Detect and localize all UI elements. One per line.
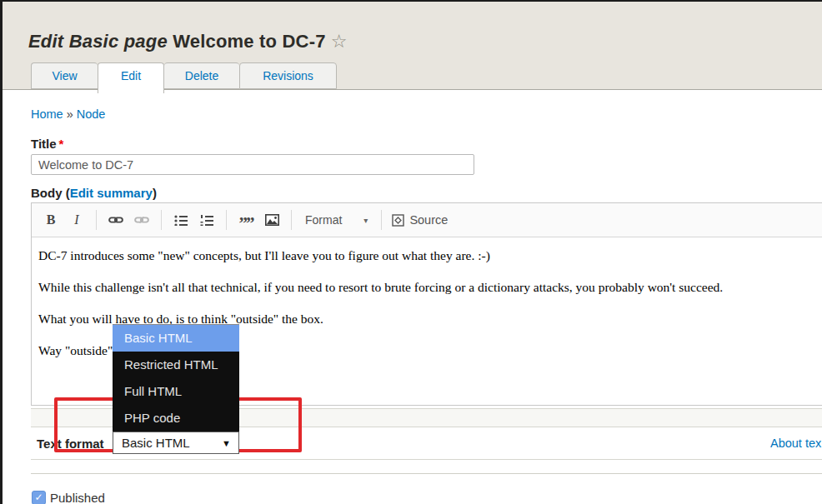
chevron-down-icon: ▾ (363, 216, 368, 225)
about-text-formats-link[interactable]: About tex (770, 437, 821, 450)
body-field-label: Body (Edit summary) (31, 186, 157, 200)
dropdown-option-php-code[interactable]: PHP code (113, 405, 239, 432)
title-input[interactable] (31, 154, 474, 175)
editor-toolbar: B I ”” Format ▾ (32, 203, 822, 237)
blockquote-icon[interactable]: ”” (237, 207, 255, 233)
unlink-icon[interactable] (133, 210, 151, 230)
drupal-edit-page: Edit Basic page Welcome to DC-7☆ View Ed… (0, 0, 822, 504)
breadcrumb-home-link[interactable]: Home (31, 107, 63, 121)
numbered-list-icon[interactable] (198, 210, 216, 230)
required-asterisk: * (59, 137, 64, 151)
toolbar-separator (381, 210, 382, 230)
section-divider (31, 473, 822, 474)
page-title-node-name: Welcome to DC-7 (173, 31, 326, 52)
dropdown-option-full-html[interactable]: Full HTML (113, 378, 239, 405)
breadcrumb-separator: » (67, 107, 73, 121)
source-button[interactable]: Source (392, 213, 448, 227)
text-format-selected-value: Basic HTML (113, 436, 222, 450)
body-paragraph: DC-7 introduces some "new" concepts, but… (38, 247, 822, 264)
bulleted-list-icon[interactable] (172, 210, 190, 230)
text-format-row-border (31, 459, 822, 460)
source-button-label: Source (409, 213, 448, 227)
toolbar-separator (161, 210, 162, 230)
body-label-suffix: ) (153, 186, 157, 200)
tab-revisions[interactable]: Revisions (239, 62, 337, 89)
format-dropdown-label: Format (305, 213, 342, 227)
paragraph-format-dropdown[interactable]: Format ▾ (302, 213, 371, 227)
toolbar-separator (226, 210, 227, 230)
star-icon[interactable]: ☆ (331, 31, 348, 52)
body-paragraph: While this challenge isn't all that tech… (38, 278, 822, 296)
dropdown-option-basic-html[interactable]: Basic HTML (113, 325, 239, 352)
tab-view[interactable]: View (31, 62, 98, 89)
tab-edit[interactable]: Edit (98, 62, 164, 93)
bold-button[interactable]: B (42, 210, 60, 230)
title-field-label: Title* (31, 137, 63, 151)
text-format-dropdown-menu: Basic HTML Restricted HTML Full HTML PHP… (113, 324, 239, 432)
toolbar-separator (291, 210, 292, 230)
image-icon[interactable] (263, 210, 281, 230)
link-icon[interactable] (107, 210, 125, 230)
text-format-select[interactable]: Basic HTML ▼ (113, 432, 239, 454)
published-label: Published (50, 491, 105, 504)
title-label-text: Title (31, 137, 57, 151)
edit-summary-link[interactable]: Edit summary (70, 186, 153, 200)
published-checkbox[interactable]: ✓ (32, 491, 46, 504)
window-top-edge (0, 0, 822, 2)
page-title-prefix: Edit Basic page (28, 31, 168, 52)
italic-button[interactable]: I (68, 210, 86, 230)
breadcrumb-node-link[interactable]: Node (77, 107, 106, 121)
window-left-edge (0, 0, 3, 504)
select-caret-icon: ▼ (222, 438, 238, 448)
breadcrumb: Home»Node (31, 107, 105, 121)
page-title: Edit Basic page Welcome to DC-7☆ (28, 31, 348, 52)
dropdown-option-restricted-html[interactable]: Restricted HTML (113, 352, 239, 378)
tab-delete[interactable]: Delete (164, 62, 239, 89)
body-label-prefix: Body ( (31, 186, 70, 200)
text-format-label: Text format (37, 437, 104, 451)
primary-tabs: View Edit Delete Revisions (31, 62, 337, 93)
toolbar-separator (96, 210, 97, 230)
